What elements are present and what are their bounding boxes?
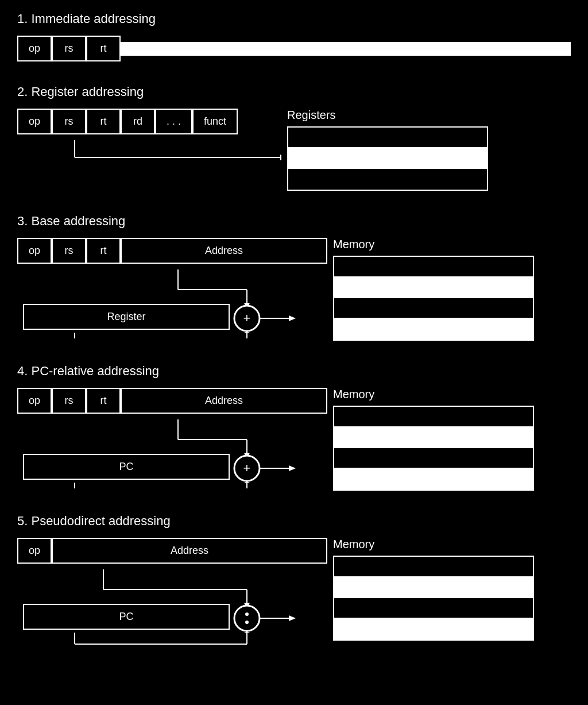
mem-row-5-1: [334, 557, 533, 577]
section-1: 1. Immediate addressing op rs rt: [17, 11, 571, 61]
section-5-svg: PC: [17, 569, 327, 650]
section-1-instr-row: op rs rt: [17, 36, 571, 61]
svg-text:+: +: [243, 311, 251, 325]
section-2-right: Registers: [281, 109, 571, 191]
field-dots-2: . . .: [155, 109, 192, 134]
reg-row-3: [288, 169, 487, 190]
mem-row-4-2: [334, 427, 533, 448]
mem-row-5-4: [334, 619, 533, 639]
memory-box-4: [333, 406, 534, 491]
section-4-title: 4. PC-relative addressing: [17, 364, 571, 379]
section-2-left: op rs rt rd . . . funct: [17, 109, 281, 172]
field-op-4: op: [17, 388, 52, 414]
reg-row-2: [288, 148, 487, 169]
section-3-right: Memory: [327, 238, 571, 341]
field-address-5: Address: [52, 538, 327, 564]
section-3-svg: Register +: [17, 269, 327, 338]
mem-row-4-1: [334, 407, 533, 427]
arrow-svg-2: [17, 140, 281, 169]
field-rt-3: rt: [86, 238, 121, 264]
section-3-title: 3. Base addressing: [17, 214, 571, 229]
field-rd-2: rd: [121, 109, 155, 134]
svg-marker-39: [244, 631, 250, 633]
svg-point-33: [245, 621, 249, 624]
mem-row-5-2: [334, 577, 533, 598]
svg-marker-14: [244, 332, 250, 333]
mem-row-3-3: [334, 298, 533, 319]
svg-text:+: +: [243, 461, 251, 475]
field-rs-4: rs: [52, 388, 86, 414]
memory-box-5: [333, 556, 534, 641]
svg-marker-22: [289, 465, 296, 471]
field-funct-2: funct: [192, 109, 238, 134]
section-3-instr-row: op rs rt Address: [17, 238, 327, 264]
section-3: 3. Base addressing op rs rt Address Regi…: [17, 214, 571, 341]
svg-marker-10: [289, 315, 296, 321]
field-op: op: [17, 36, 52, 61]
section-5: 5. Pseudodirect addressing op Address PC: [17, 514, 571, 650]
section-4-right: Memory: [327, 388, 571, 491]
section-5-left: op Address PC: [17, 538, 327, 650]
memory-label-3: Memory: [333, 238, 571, 251]
memory-label-4: Memory: [333, 388, 571, 401]
mem-row-4-4: [334, 469, 533, 490]
mem-row-3-1: [334, 257, 533, 278]
section-3-left: op rs rt Address Register +: [17, 238, 327, 338]
mem-row-3-2: [334, 278, 533, 298]
field-op-3: op: [17, 238, 52, 264]
field-rt-2: rt: [86, 109, 121, 134]
svg-marker-26: [244, 481, 250, 483]
field-op-2: op: [17, 109, 52, 134]
section-5-instr-row: op Address: [17, 538, 327, 564]
field-address-4: Address: [121, 388, 327, 414]
reg-row-1: [288, 128, 487, 148]
section-2: 2. Register addressing op rs rt rd . . .…: [17, 84, 571, 191]
field-rt-4: rt: [86, 388, 121, 414]
section-2-instr-row: op rs rt rd . . . funct: [17, 109, 281, 134]
registers-label: Registers: [287, 109, 571, 122]
section-2-title: 2. Register addressing: [17, 84, 571, 99]
mem-row-4-3: [334, 448, 533, 469]
mem-row-5-3: [334, 598, 533, 619]
registers-box: [287, 126, 488, 191]
field-rs-3: rs: [52, 238, 86, 264]
field-rs-2: rs: [52, 109, 86, 134]
field-rs: rs: [52, 36, 86, 61]
memory-label-5: Memory: [333, 538, 571, 551]
memory-box-3: [333, 256, 534, 341]
mem-row-3-4: [334, 319, 533, 340]
svg-point-31: [234, 606, 260, 631]
field-op-5: op: [17, 538, 52, 564]
section-5-right: Memory: [327, 538, 571, 641]
section-4-instr-row: op rs rt Address: [17, 388, 327, 414]
svg-marker-35: [289, 615, 296, 621]
field-rt: rt: [86, 36, 121, 61]
section-4-svg: PC +: [17, 419, 327, 488]
section-5-title: 5. Pseudodirect addressing: [17, 514, 571, 529]
field-address-3: Address: [121, 238, 327, 264]
svg-point-32: [245, 612, 249, 616]
section-4-left: op rs rt Address PC +: [17, 388, 327, 488]
field-immediate: [121, 42, 571, 56]
section-1-title: 1. Immediate addressing: [17, 11, 571, 26]
section-4: 4. PC-relative addressing op rs rt Addre…: [17, 364, 571, 491]
